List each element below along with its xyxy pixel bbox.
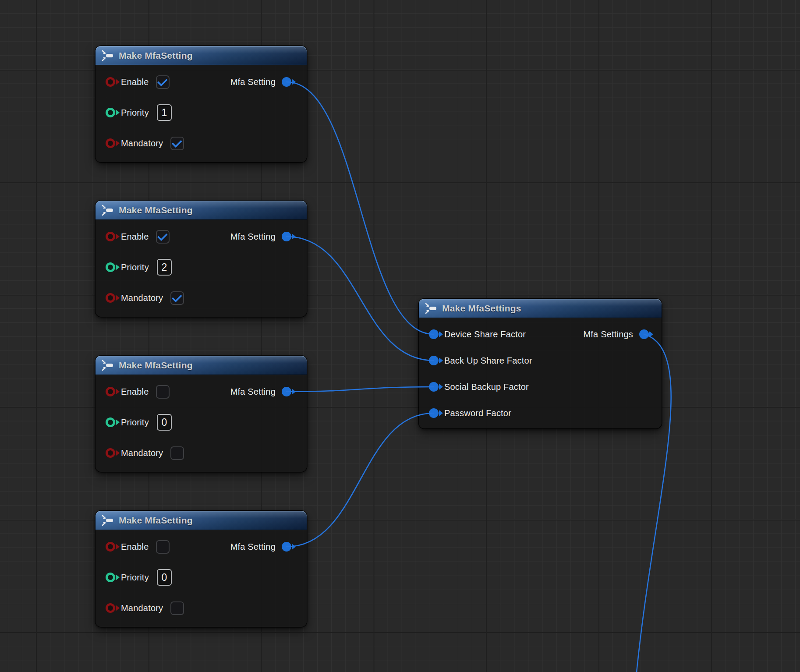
- pin-mfa-setting-output[interactable]: [282, 77, 291, 87]
- pin-label: Priority: [121, 108, 149, 118]
- pin-mandatory[interactable]: [106, 138, 115, 148]
- pin-mfa-setting-output[interactable]: [282, 232, 291, 241]
- pin-label: Mandatory: [121, 138, 163, 149]
- pin-label: Mandatory: [121, 448, 163, 458]
- pin-label: Mfa Settings: [583, 329, 633, 340]
- pin-label: Password Factor: [444, 408, 511, 418]
- node-header[interactable]: Make MfaSetting: [96, 511, 307, 530]
- pin-priority[interactable]: [106, 108, 115, 117]
- node-header[interactable]: Make MfaSettings: [419, 299, 662, 318]
- pin-label: Mfa Setting: [230, 542, 276, 552]
- node-make-mfasetting-1[interactable]: Make MfaSetting Enable Priority 1 Mandat…: [96, 46, 307, 162]
- pin-mandatory[interactable]: [106, 293, 115, 303]
- wire[interactable]: [287, 413, 434, 547]
- pin-back-up-share-factor[interactable]: [429, 356, 439, 365]
- wire[interactable]: [287, 82, 434, 334]
- make-struct-icon: [101, 360, 114, 371]
- node-title: Make MfaSetting: [119, 205, 193, 216]
- node-make-mfasettings[interactable]: Make MfaSettings Device Share Factor Bac…: [419, 299, 662, 428]
- blueprint-graph-canvas[interactable]: Make MfaSetting Enable Priority 1 Mandat…: [0, 0, 800, 672]
- pin-label: Mandatory: [121, 293, 163, 303]
- node-make-mfasetting-4[interactable]: Make MfaSetting Enable Priority 0 Mandat…: [96, 511, 307, 627]
- pin-label: Mfa Setting: [230, 77, 276, 87]
- wire[interactable]: [287, 237, 434, 361]
- pin-label: Priority: [121, 573, 149, 583]
- pin-social-backup-factor[interactable]: [429, 382, 439, 392]
- mandatory-checkbox[interactable]: [170, 601, 184, 615]
- node-header[interactable]: Make MfaSetting: [96, 46, 307, 65]
- node-title: Make MfaSetting: [119, 360, 193, 371]
- make-struct-icon: [101, 515, 114, 526]
- make-struct-icon: [101, 205, 114, 216]
- priority-value-field[interactable]: 1: [157, 104, 172, 121]
- priority-value-field[interactable]: 0: [157, 414, 172, 431]
- pin-label: Mfa Setting: [230, 387, 276, 397]
- pin-password-factor[interactable]: [429, 408, 439, 418]
- pin-mandatory[interactable]: [106, 603, 115, 613]
- pin-label: Priority: [121, 262, 149, 272]
- mandatory-checkbox[interactable]: [170, 446, 184, 460]
- priority-value-field[interactable]: 2: [157, 259, 172, 276]
- mandatory-checkbox[interactable]: [170, 137, 184, 150]
- priority-value-field[interactable]: 0: [157, 569, 172, 586]
- pin-mfa-setting-output[interactable]: [282, 542, 291, 552]
- pin-mandatory[interactable]: [106, 448, 115, 458]
- node-make-mfasetting-3[interactable]: Make MfaSetting Enable Priority 0 Mandat…: [96, 356, 307, 472]
- pin-label: Back Up Share Factor: [444, 356, 532, 366]
- node-title: Make MfaSetting: [119, 50, 193, 61]
- node-title: Make MfaSettings: [442, 303, 521, 314]
- pin-label: Mandatory: [121, 603, 163, 613]
- node-header[interactable]: Make MfaSetting: [96, 356, 307, 375]
- pin-priority[interactable]: [106, 262, 115, 272]
- pin-label: Mfa Setting: [230, 232, 276, 242]
- mandatory-checkbox[interactable]: [170, 291, 184, 305]
- pin-label: Priority: [121, 417, 149, 428]
- pin-label: Social Backup Factor: [444, 382, 529, 392]
- make-struct-icon: [425, 303, 438, 314]
- node-header[interactable]: Make MfaSetting: [96, 201, 307, 219]
- check-icon: [172, 137, 182, 148]
- make-struct-icon: [101, 50, 114, 61]
- wire[interactable]: [287, 387, 434, 392]
- pin-mfa-settings-output[interactable]: [639, 329, 649, 339]
- node-make-mfasetting-2[interactable]: Make MfaSetting Enable Priority 2 Mandat…: [96, 201, 307, 317]
- pin-priority[interactable]: [106, 573, 115, 582]
- node-title: Make MfaSetting: [119, 515, 193, 526]
- check-icon: [172, 292, 182, 302]
- pin-mfa-setting-output[interactable]: [282, 387, 291, 396]
- pin-priority[interactable]: [106, 417, 115, 427]
